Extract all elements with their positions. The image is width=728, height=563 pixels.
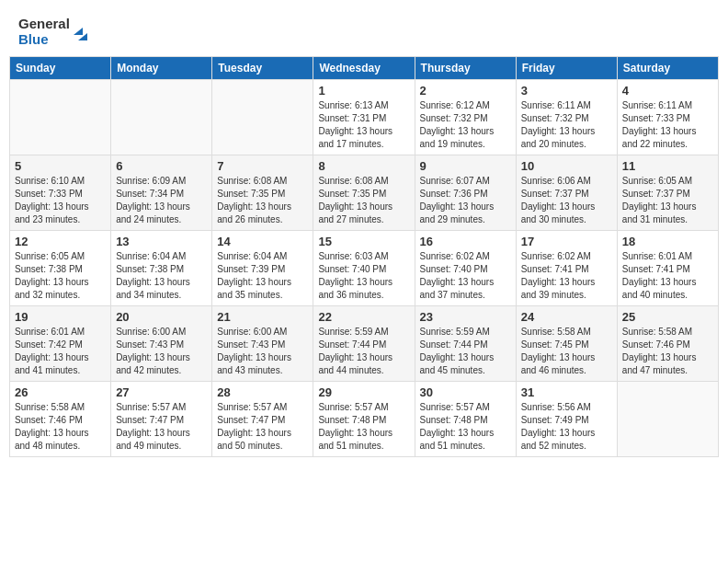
weekday-header-friday: Friday	[516, 57, 617, 80]
sunrise-text: Sunrise: 6:00 AM	[217, 326, 308, 339]
daylight-text: Daylight: 13 hours and 36 minutes.	[318, 276, 409, 302]
sunset-text: Sunset: 7:41 PM	[622, 263, 713, 276]
daylight-text: Daylight: 13 hours and 43 minutes.	[217, 351, 308, 377]
sunset-text: Sunset: 7:41 PM	[521, 263, 612, 276]
day-info: Sunrise: 5:58 AMSunset: 7:46 PMDaylight:…	[15, 401, 106, 453]
daylight-text: Daylight: 13 hours and 22 minutes.	[622, 125, 713, 151]
sunset-text: Sunset: 7:33 PM	[15, 188, 106, 201]
weekday-header-saturday: Saturday	[617, 57, 718, 80]
weekday-header-thursday: Thursday	[415, 57, 516, 80]
calendar-cell: 22Sunrise: 5:59 AMSunset: 7:44 PMDayligh…	[313, 306, 415, 382]
sunrise-text: Sunrise: 6:08 AM	[217, 175, 308, 188]
weekday-header-tuesday: Tuesday	[212, 57, 313, 80]
calendar-cell: 19Sunrise: 6:01 AMSunset: 7:42 PMDayligh…	[10, 306, 111, 382]
sunrise-text: Sunrise: 6:12 AM	[420, 99, 511, 112]
sunrise-text: Sunrise: 5:58 AM	[622, 326, 713, 339]
sunset-text: Sunset: 7:37 PM	[622, 188, 713, 201]
sunset-text: Sunset: 7:44 PM	[318, 339, 409, 351]
calendar-cell	[10, 80, 111, 155]
sunrise-text: Sunrise: 6:09 AM	[116, 175, 207, 188]
day-info: Sunrise: 6:07 AMSunset: 7:36 PMDaylight:…	[420, 175, 511, 226]
calendar-cell: 11Sunrise: 6:05 AMSunset: 7:37 PMDayligh…	[617, 155, 718, 231]
sunset-text: Sunset: 7:31 PM	[318, 112, 409, 125]
day-number: 11	[622, 159, 713, 173]
sunset-text: Sunset: 7:37 PM	[521, 188, 612, 201]
day-number: 12	[15, 235, 106, 248]
daylight-text: Daylight: 13 hours and 49 minutes.	[116, 427, 207, 453]
sunrise-text: Sunrise: 6:11 AM	[521, 99, 612, 112]
daylight-text: Daylight: 13 hours and 50 minutes.	[217, 427, 308, 453]
calendar-cell	[617, 382, 718, 457]
calendar-cell	[212, 80, 313, 155]
sunrise-text: Sunrise: 6:04 AM	[217, 250, 308, 263]
calendar-cell: 5Sunrise: 6:10 AMSunset: 7:33 PMDaylight…	[10, 155, 111, 231]
calendar-cell: 2Sunrise: 6:12 AMSunset: 7:32 PMDaylight…	[415, 80, 516, 155]
day-number: 18	[622, 235, 713, 248]
sunrise-text: Sunrise: 5:56 AM	[521, 401, 612, 414]
day-info: Sunrise: 6:03 AMSunset: 7:40 PMDaylight:…	[318, 250, 409, 302]
calendar-cell	[111, 80, 212, 155]
daylight-text: Daylight: 13 hours and 34 minutes.	[116, 276, 207, 302]
sunset-text: Sunset: 7:32 PM	[420, 112, 511, 125]
weekday-header-wednesday: Wednesday	[313, 57, 415, 80]
day-info: Sunrise: 6:12 AMSunset: 7:32 PMDaylight:…	[420, 99, 511, 151]
day-info: Sunrise: 5:57 AMSunset: 7:47 PMDaylight:…	[217, 401, 308, 453]
sunset-text: Sunset: 7:43 PM	[116, 339, 207, 351]
sunset-text: Sunset: 7:47 PM	[217, 414, 308, 427]
day-number: 31	[521, 385, 612, 399]
sunrise-text: Sunrise: 6:13 AM	[318, 99, 409, 112]
sunrise-text: Sunrise: 6:07 AM	[420, 175, 511, 188]
logo: GeneralBlue	[18, 17, 90, 47]
daylight-text: Daylight: 13 hours and 20 minutes.	[521, 125, 612, 151]
calendar-cell: 4Sunrise: 6:11 AMSunset: 7:33 PMDaylight…	[617, 80, 718, 155]
day-number: 4	[622, 84, 713, 98]
daylight-text: Daylight: 13 hours and 39 minutes.	[521, 276, 612, 302]
day-number: 1	[318, 84, 409, 98]
day-info: Sunrise: 5:56 AMSunset: 7:49 PMDaylight:…	[521, 401, 612, 453]
sunset-text: Sunset: 7:44 PM	[420, 339, 511, 351]
day-number: 27	[116, 385, 207, 399]
day-number: 25	[622, 310, 713, 324]
calendar-cell: 23Sunrise: 5:59 AMSunset: 7:44 PMDayligh…	[415, 306, 516, 382]
day-number: 7	[217, 159, 308, 173]
daylight-text: Daylight: 13 hours and 31 minutes.	[622, 201, 713, 226]
sunrise-text: Sunrise: 5:57 AM	[116, 401, 207, 414]
calendar-week-4: 19Sunrise: 6:01 AMSunset: 7:42 PMDayligh…	[10, 306, 719, 382]
day-number: 17	[521, 235, 612, 248]
day-number: 29	[318, 385, 409, 399]
daylight-text: Daylight: 13 hours and 17 minutes.	[318, 125, 409, 151]
daylight-text: Daylight: 13 hours and 44 minutes.	[318, 351, 409, 377]
daylight-text: Daylight: 13 hours and 42 minutes.	[116, 351, 207, 377]
day-number: 6	[116, 159, 207, 173]
sunset-text: Sunset: 7:48 PM	[318, 414, 409, 427]
daylight-text: Daylight: 13 hours and 51 minutes.	[420, 427, 511, 453]
daylight-text: Daylight: 13 hours and 47 minutes.	[622, 351, 713, 377]
day-info: Sunrise: 6:02 AMSunset: 7:41 PMDaylight:…	[521, 250, 612, 302]
calendar-week-5: 26Sunrise: 5:58 AMSunset: 7:46 PMDayligh…	[10, 382, 719, 457]
calendar-cell: 17Sunrise: 6:02 AMSunset: 7:41 PMDayligh…	[516, 231, 617, 306]
calendar-week-3: 12Sunrise: 6:05 AMSunset: 7:38 PMDayligh…	[10, 231, 719, 306]
day-number: 3	[521, 84, 612, 98]
day-info: Sunrise: 6:05 AMSunset: 7:38 PMDaylight:…	[15, 250, 106, 302]
daylight-text: Daylight: 13 hours and 51 minutes.	[318, 427, 409, 453]
sunrise-text: Sunrise: 6:01 AM	[15, 326, 106, 339]
sunset-text: Sunset: 7:34 PM	[116, 188, 207, 201]
daylight-text: Daylight: 13 hours and 52 minutes.	[521, 427, 612, 453]
calendar-week-1: 1Sunrise: 6:13 AMSunset: 7:31 PMDaylight…	[10, 80, 719, 155]
daylight-text: Daylight: 13 hours and 32 minutes.	[15, 276, 106, 302]
sunset-text: Sunset: 7:40 PM	[318, 263, 409, 276]
day-info: Sunrise: 6:05 AMSunset: 7:37 PMDaylight:…	[622, 175, 713, 226]
sunrise-text: Sunrise: 6:05 AM	[622, 175, 713, 188]
day-number: 26	[15, 385, 106, 399]
sunrise-text: Sunrise: 6:05 AM	[15, 250, 106, 263]
calendar-cell: 25Sunrise: 5:58 AMSunset: 7:46 PMDayligh…	[617, 306, 718, 382]
calendar-cell: 9Sunrise: 6:07 AMSunset: 7:36 PMDaylight…	[415, 155, 516, 231]
sunset-text: Sunset: 7:38 PM	[15, 263, 106, 276]
day-number: 28	[217, 385, 308, 399]
calendar-cell: 3Sunrise: 6:11 AMSunset: 7:32 PMDaylight…	[516, 80, 617, 155]
calendar-cell: 24Sunrise: 5:58 AMSunset: 7:45 PMDayligh…	[516, 306, 617, 382]
day-info: Sunrise: 6:04 AMSunset: 7:38 PMDaylight:…	[116, 250, 207, 302]
day-info: Sunrise: 5:59 AMSunset: 7:44 PMDaylight:…	[420, 326, 511, 377]
calendar-cell: 7Sunrise: 6:08 AMSunset: 7:35 PMDaylight…	[212, 155, 313, 231]
day-info: Sunrise: 6:08 AMSunset: 7:35 PMDaylight:…	[318, 175, 409, 226]
